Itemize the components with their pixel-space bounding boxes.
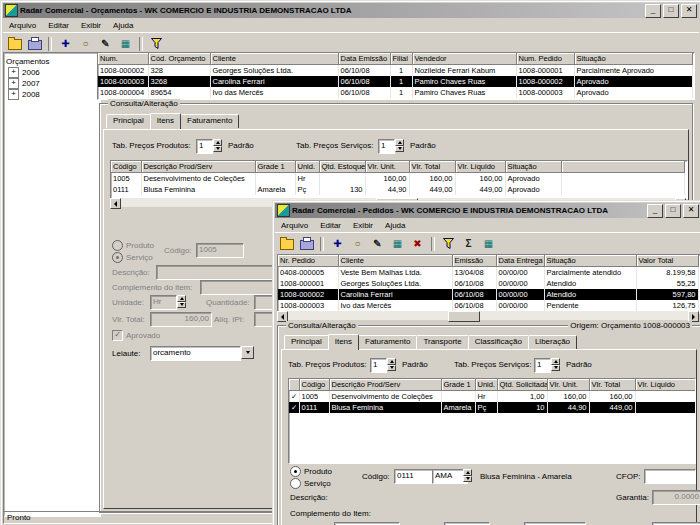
edit-button[interactable]: ✎: [368, 235, 387, 252]
col-header[interactable]: Vlr. Unit.: [547, 379, 589, 391]
radio-icon[interactable]: [290, 466, 301, 477]
col-header[interactable]: Vlr. Total: [409, 161, 455, 173]
item-row[interactable]: 1005Desenvolvimento de ColeçõesHr160,001…: [111, 173, 685, 185]
col-header[interactable]: Vlr. Total: [589, 379, 635, 391]
add-button[interactable]: ✚: [328, 235, 347, 252]
col-header[interactable]: Nr. Pedido: [278, 255, 338, 267]
col-header[interactable]: Num.: [98, 53, 148, 65]
col-header[interactable]: Qtd. Solicitada: [497, 379, 547, 391]
scroll-track[interactable]: [288, 311, 688, 320]
tab-transporte[interactable]: Transporte: [416, 335, 468, 349]
expand-icon[interactable]: +: [8, 78, 19, 89]
record-button[interactable]: ○: [348, 235, 367, 252]
leiaute-dropdown[interactable]: orcamento: [150, 346, 254, 359]
tab-faturamento[interactable]: Faturamento: [358, 335, 417, 349]
browse-button[interactable]: ▦: [116, 35, 135, 52]
col-header[interactable]: Vlr. Líquido: [455, 161, 505, 173]
browse-button[interactable]: ▦: [388, 235, 407, 252]
precos-produtos-spinner[interactable]: 1: [196, 139, 222, 152]
precos-servicos-spinner[interactable]: 1: [378, 139, 404, 152]
tab-classificacao[interactable]: Classificação: [468, 335, 529, 349]
record-button[interactable]: ○: [76, 35, 95, 52]
expand-icon[interactable]: +: [8, 67, 19, 78]
col-header[interactable]: Qtd. Estoque: [319, 161, 365, 173]
spinner-buttons[interactable]: [213, 139, 222, 152]
codigo-field[interactable]: 0111: [394, 469, 436, 484]
spinner-buttons[interactable]: [551, 358, 560, 371]
maximize-button[interactable]: □: [663, 4, 679, 18]
tree-item-2007[interactable]: +2007: [8, 78, 98, 88]
col-header[interactable]: Situação: [574, 53, 692, 65]
grade-spinner-buttons[interactable]: [463, 469, 472, 482]
tab-itens[interactable]: Itens: [150, 113, 181, 129]
col-header[interactable]: Cód. Orçamento: [148, 53, 210, 65]
col-header[interactable]: Vlr. Líquido: [635, 379, 696, 391]
col-header[interactable]: Unid.: [295, 161, 319, 173]
tree-item-2008[interactable]: +2008: [8, 89, 98, 99]
col-header[interactable]: Descrição Prod/Serv: [329, 379, 441, 391]
close-button[interactable]: ✕: [681, 4, 697, 18]
menu-exibir[interactable]: Exibir: [347, 220, 379, 231]
tree-item-2006[interactable]: +2006: [8, 67, 98, 77]
pedido-row[interactable]: 1008-000003Ivo das Mercês06/10/0800/00/0…: [278, 300, 698, 311]
col-header[interactable]: Situação: [505, 161, 561, 173]
menu-ajuda[interactable]: Ajuda: [107, 20, 139, 31]
col-header[interactable]: Situação: [544, 255, 636, 267]
col-header[interactable]: Valor Total: [636, 255, 698, 267]
item-row[interactable]: 0111Blusa FemininaAmarelaPç13044,90449,0…: [111, 184, 685, 195]
print-button[interactable]: [297, 235, 316, 252]
col-header[interactable]: Data Emissão: [338, 53, 390, 65]
expand-icon[interactable]: +: [8, 89, 19, 100]
item-row-selected[interactable]: ✓0111Blusa FemininaAmarelaPç1044,90449,0…: [289, 402, 696, 413]
menu-arquivo[interactable]: Arquivo: [3, 20, 42, 31]
col-header[interactable]: Filial: [390, 53, 412, 65]
close-button[interactable]: ✕: [683, 204, 699, 218]
filter-button[interactable]: [439, 235, 458, 252]
menu-exibir[interactable]: Exibir: [75, 20, 107, 31]
menu-editar[interactable]: Editar: [314, 220, 347, 231]
minimize-button[interactable]: _: [647, 204, 663, 218]
col-header[interactable]: Grade 1: [441, 379, 475, 391]
orders-row[interactable]: 1008-000002328Georges Soluções Ltda.06/1…: [98, 65, 692, 77]
tab-principal[interactable]: Principal: [106, 114, 151, 128]
col-header[interactable]: Data Entrega: [496, 255, 544, 267]
title-bar[interactable]: Radar Comercial - Pedidos - WK COMERCIO …: [275, 203, 700, 218]
tab-liberacao[interactable]: Liberação: [528, 335, 577, 349]
tab-principal[interactable]: Principal: [284, 335, 329, 349]
edit-button[interactable]: ✎: [96, 35, 115, 52]
menu-editar[interactable]: Editar: [42, 20, 75, 31]
spinner-buttons[interactable]: [395, 139, 404, 152]
col-header[interactable]: Vlr. Unit.: [365, 161, 409, 173]
menu-ajuda[interactable]: Ajuda: [379, 220, 411, 231]
col-header[interactable]: Código: [299, 379, 329, 391]
print-button[interactable]: [25, 35, 44, 52]
col-header[interactable]: Num. Pedido: [516, 53, 574, 65]
tab-itens[interactable]: Itens: [328, 334, 359, 350]
col-header[interactable]: Cliente: [210, 53, 338, 65]
col-header[interactable]: Emissão: [452, 255, 496, 267]
col-header[interactable]: Unid.: [475, 379, 497, 391]
col-header[interactable]: Vendedor: [412, 53, 516, 65]
open-button[interactable]: [5, 35, 24, 52]
pedido-row-selected[interactable]: 1008-000002Carolina Ferrari06/10/0800/00…: [278, 289, 698, 300]
tree-root[interactable]: Orçamentos: [6, 56, 98, 66]
scroll-thumb[interactable]: [448, 311, 480, 322]
menu-arquivo[interactable]: Arquivo: [275, 220, 314, 231]
item-row[interactable]: ✓1005Desenvolvimento de ColeçõesHr1,0016…: [289, 391, 696, 403]
title-bar[interactable]: Radar Comercial - Orçamentos - WK COMERC…: [3, 3, 699, 18]
pedido-row[interactable]: 1008-000001Georges Soluções Ltda.06/10/0…: [278, 278, 698, 289]
sum-button[interactable]: Σ: [459, 235, 478, 252]
scroll-left-button[interactable]: [110, 198, 121, 209]
tab-faturamento[interactable]: Faturamento: [180, 114, 239, 128]
dropdown-button[interactable]: [241, 346, 254, 359]
spinner-buttons[interactable]: [387, 358, 396, 371]
col-header[interactable]: Cliente: [338, 255, 452, 267]
precos-servicos-spinner[interactable]: 1: [534, 358, 560, 371]
minimize-button[interactable]: _: [645, 4, 661, 18]
orders-row[interactable]: 1008-00000489654Ivo das Mercês06/10/081P…: [98, 87, 692, 98]
browse2-button[interactable]: ▦: [479, 235, 498, 252]
add-button[interactable]: ✚: [56, 35, 75, 52]
produto-radio[interactable]: Produto: [290, 466, 332, 477]
pedido-row[interactable]: 0408-000005Veste Bem Malhas Ltda.13/04/0…: [278, 267, 698, 279]
col-header[interactable]: Descrição Prod/Serv: [141, 161, 255, 173]
